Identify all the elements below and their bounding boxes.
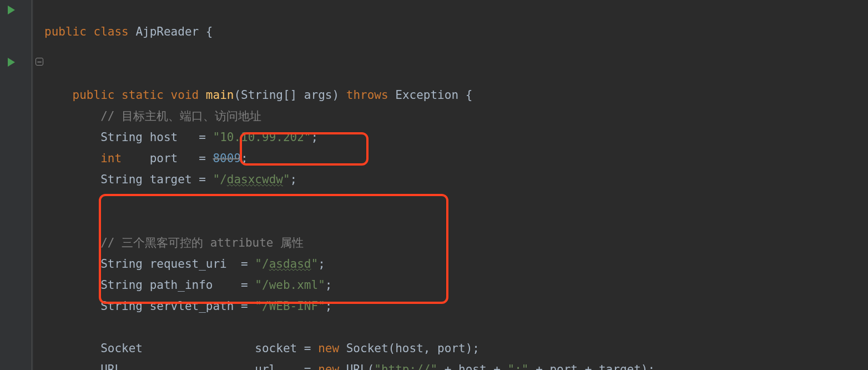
path-info-value: /web.xml bbox=[262, 278, 318, 292]
brace-open: { bbox=[206, 25, 213, 38]
keyword-public: public bbox=[44, 25, 87, 38]
keyword-class: class bbox=[94, 25, 129, 38]
request-uri-value: asdasd bbox=[269, 257, 311, 271]
type-string: String bbox=[100, 173, 143, 186]
var-socket: socket bbox=[255, 342, 297, 355]
var-url: url bbox=[255, 363, 297, 370]
servlet-path-value: /WEB-INF bbox=[262, 299, 318, 313]
fold-toggle-icon[interactable] bbox=[36, 58, 43, 66]
editor-gutter bbox=[0, 0, 33, 370]
var-path-info: path_info bbox=[150, 278, 234, 292]
type-url: URL bbox=[100, 363, 248, 370]
type-string: String bbox=[100, 257, 143, 271]
type-int: int bbox=[100, 152, 143, 165]
keyword-throws: throws bbox=[346, 88, 388, 102]
var-host: host bbox=[150, 131, 192, 144]
target-value: dasxcwdw bbox=[227, 173, 283, 186]
run-gutter-icon[interactable] bbox=[8, 58, 15, 67]
url-proto: http:// bbox=[381, 363, 431, 370]
var-target: target bbox=[150, 173, 192, 186]
type-string: String bbox=[100, 278, 143, 292]
keyword-static: static bbox=[122, 88, 164, 102]
run-gutter-icon[interactable] bbox=[8, 6, 15, 14]
params: (String[] args) bbox=[234, 88, 339, 102]
comment-target: // 目标主机、端口、访问地址 bbox=[100, 109, 261, 123]
exception-decl: Exception { bbox=[395, 88, 472, 102]
var-port: port bbox=[150, 152, 192, 165]
var-request-uri: request_uri bbox=[150, 257, 234, 271]
keyword-new: new bbox=[318, 363, 339, 370]
fold-guide-line bbox=[32, 0, 32, 370]
keyword-new: new bbox=[318, 342, 339, 355]
comment-attributes: // 三个黑客可控的 attribute 属性 bbox=[100, 236, 304, 249]
keyword-void: void bbox=[171, 88, 199, 102]
method-main: main bbox=[206, 88, 234, 102]
host-value: 10.10.99.202 bbox=[220, 131, 304, 144]
type-string: String bbox=[100, 131, 143, 144]
class-name: AjpReader bbox=[135, 25, 199, 38]
type-socket: Socket bbox=[100, 342, 248, 355]
type-string: String bbox=[100, 299, 143, 313]
keyword-public: public bbox=[73, 88, 115, 102]
port-value: 8009 bbox=[213, 152, 241, 165]
var-servlet-path: servlet_path bbox=[150, 299, 234, 313]
code-editor-content[interactable]: public class AjpReader { public static v… bbox=[44, 0, 655, 370]
